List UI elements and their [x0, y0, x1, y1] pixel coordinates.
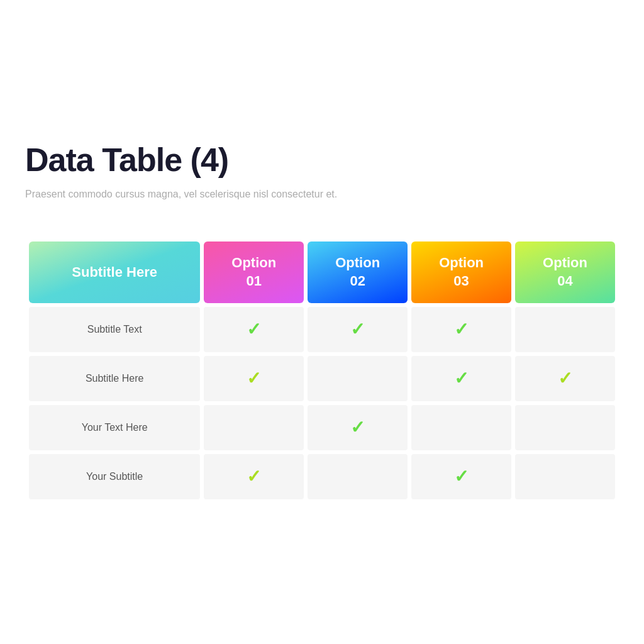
cell [204, 405, 304, 450]
cell: ✓ [204, 454, 304, 499]
cell [308, 454, 408, 499]
cell: ✓ [204, 307, 304, 352]
cell: ✓ [411, 307, 511, 352]
cell: ✓ [204, 356, 304, 401]
page-container: Data Table (4) Praesent commodo cursus m… [25, 141, 619, 502]
table-header-opt3: Option03 [411, 242, 511, 303]
table-header-opt4: Option04 [515, 242, 615, 303]
cell [515, 454, 615, 499]
table-header-row: Subtitle Here Option01 Option02 Option03… [29, 242, 615, 303]
table-header-opt2: Option02 [308, 242, 408, 303]
checkmark-icon: ✓ [454, 319, 469, 339]
cell: ✓ [411, 356, 511, 401]
row-label: Your Subtitle [29, 454, 200, 499]
cell [515, 307, 615, 352]
checkmark-icon: ✓ [247, 369, 261, 388]
cell: ✓ [308, 405, 408, 450]
page-subtitle: Praesent commodo cursus magna, vel scele… [25, 189, 619, 200]
table-header-label: Subtitle Here [29, 242, 200, 303]
checkmark-icon: ✓ [350, 319, 365, 339]
row-label: Subtitle Here [29, 356, 200, 401]
checkmark-icon: ✓ [247, 319, 261, 339]
cell [308, 356, 408, 401]
data-table: Subtitle Here Option01 Option02 Option03… [25, 238, 619, 502]
cell: ✓ [308, 307, 408, 352]
checkmark-icon: ✓ [247, 467, 261, 486]
table-row: Your Text Here✓ [29, 405, 615, 450]
page-title: Data Table (4) [25, 141, 619, 179]
cell [515, 405, 615, 450]
checkmark-icon: ✓ [454, 467, 469, 486]
table-row: Subtitle Text✓✓✓ [29, 307, 615, 352]
row-label: Subtitle Text [29, 307, 200, 352]
cell: ✓ [411, 454, 511, 499]
checkmark-icon: ✓ [454, 369, 469, 388]
checkmark-icon: ✓ [350, 418, 365, 437]
cell [411, 405, 511, 450]
row-label: Your Text Here [29, 405, 200, 450]
table-header-opt1: Option01 [204, 242, 304, 303]
cell: ✓ [515, 356, 615, 401]
table-row: Your Subtitle✓✓ [29, 454, 615, 499]
table-row: Subtitle Here✓✓✓ [29, 356, 615, 401]
checkmark-icon: ✓ [558, 369, 572, 388]
